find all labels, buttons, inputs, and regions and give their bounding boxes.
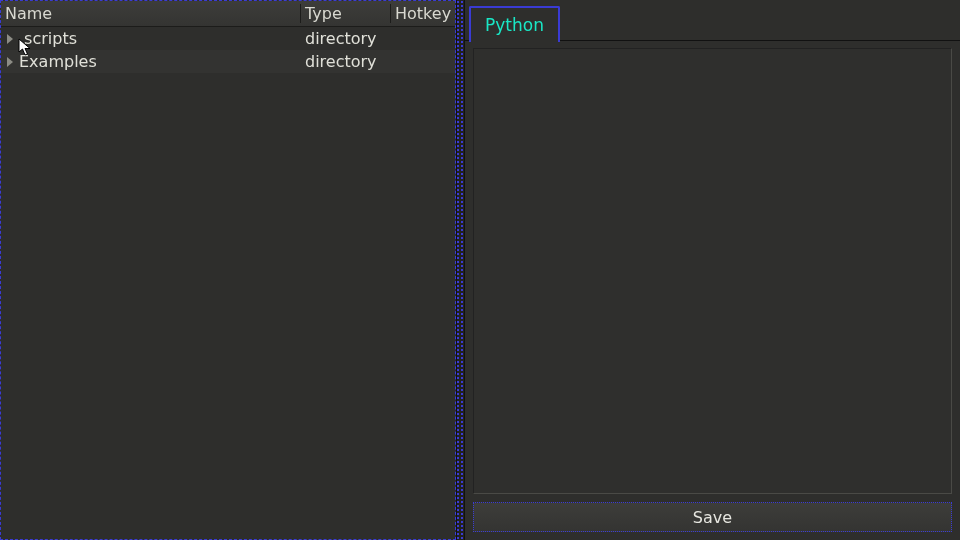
tree-body: .scripts directory Examples directory: [1, 27, 455, 539]
app-root: Name Type Hotkey .scripts directory Exam…: [0, 0, 960, 540]
editor-panel: Python Save: [464, 0, 960, 540]
pane-splitter[interactable]: [456, 0, 464, 540]
tab-bar: Python: [465, 0, 960, 40]
tree-row-name: .scripts: [19, 29, 77, 48]
column-header-hotkey[interactable]: Hotkey: [391, 4, 455, 23]
column-header-type[interactable]: Type: [301, 4, 391, 23]
tree-header: Name Type Hotkey: [1, 1, 455, 27]
tree-row-name: Examples: [19, 52, 97, 71]
chevron-right-icon[interactable]: [7, 57, 13, 67]
save-button[interactable]: Save: [473, 502, 952, 532]
script-tree-panel: Name Type Hotkey .scripts directory Exam…: [0, 0, 456, 540]
tab-python[interactable]: Python: [469, 6, 560, 42]
chevron-right-icon[interactable]: [7, 34, 13, 44]
tree-row[interactable]: Examples directory: [1, 50, 455, 73]
tree-row-type: directory: [301, 52, 391, 71]
code-editor[interactable]: [473, 48, 952, 494]
tree-row-type: directory: [301, 29, 391, 48]
column-header-name[interactable]: Name: [1, 4, 301, 23]
tree-row[interactable]: .scripts directory: [1, 27, 455, 50]
